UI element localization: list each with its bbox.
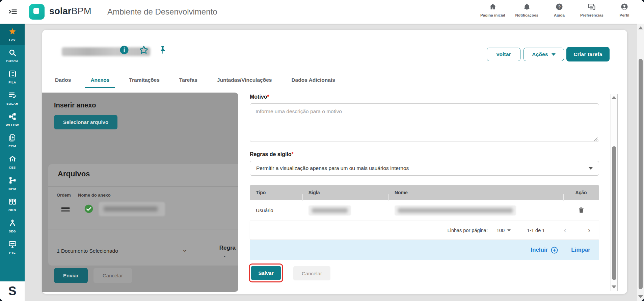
- inserir-anexo-title: Inserir anexo: [54, 101, 96, 109]
- preferences-button[interactable]: Preferências: [580, 3, 603, 17]
- regras-sigilo-label: Regras de sigilo*: [250, 151, 294, 157]
- next-page-button[interactable]: ›: [588, 226, 590, 235]
- notifications-label: Notificações: [515, 13, 538, 17]
- sidebar-item-ecm[interactable]: ECM: [0, 130, 25, 151]
- scroll-up-icon[interactable]: [638, 26, 643, 29]
- devices-star-icon: [588, 3, 596, 12]
- form-scrollbar-thumb[interactable]: [612, 146, 616, 280]
- column-ordem: Ordem: [57, 193, 71, 198]
- solarbpm-logo-icon: [29, 4, 45, 20]
- form-cancelar-button[interactable]: Cancelar: [293, 266, 330, 280]
- regra-value: -: [224, 253, 225, 259]
- enviar-label: Enviar: [63, 273, 79, 278]
- house-icon: [8, 155, 17, 165]
- profile-button[interactable]: Perfil: [614, 3, 635, 17]
- profile-label: Perfil: [620, 13, 629, 17]
- inserir-anexo-panel: Inserir anexo Selecionar arquivo Arquivo…: [42, 93, 238, 292]
- previous-page-button[interactable]: ‹: [564, 226, 566, 235]
- sidebar-item-wflow[interactable]: WFLOW: [0, 109, 25, 130]
- tab-dados-adicionais[interactable]: Dados Adicionais: [286, 74, 340, 88]
- sidebar-item-bpm[interactable]: BPM: [0, 173, 25, 194]
- home-icon: [489, 3, 497, 12]
- scroll-down-icon[interactable]: [612, 285, 616, 289]
- hierarchy-icon: [8, 176, 17, 186]
- divider: [48, 186, 238, 187]
- incluir-button[interactable]: Incluir: [531, 246, 558, 254]
- regras-sigilo-select[interactable]: Permitir a visualização apenas para um o…: [250, 161, 599, 176]
- sidebar-item-org[interactable]: ORG: [0, 194, 25, 215]
- tab-anexos[interactable]: Anexos: [85, 74, 115, 88]
- sidebar-item-ces[interactable]: CES: [0, 151, 25, 173]
- sidebar-item-fila[interactable]: FILA: [0, 66, 25, 87]
- workflow-icon: [8, 112, 17, 122]
- sidebar-item-busca[interactable]: BUSCA: [0, 45, 25, 66]
- check-circle-icon: [84, 204, 93, 214]
- tab-juntadas-vinculacoes[interactable]: Juntadas/Vinculações: [212, 74, 277, 88]
- required-asterisk: *: [292, 151, 294, 157]
- trash-icon[interactable]: [578, 206, 585, 215]
- sidebar-label-ecm: ECM: [8, 144, 16, 148]
- sidebar-item-solar[interactable]: SOLAR: [0, 87, 25, 109]
- sidebar-item-ptl[interactable]: PTL: [0, 236, 25, 258]
- cell-tipo: Usuário: [250, 207, 302, 213]
- column-tipo: Tipo: [250, 190, 302, 195]
- selecionar-arquivo-label: Selecionar arquivo: [63, 119, 108, 125]
- sidebar-item-seg[interactable]: SEG: [0, 215, 25, 236]
- column-acao: Ação: [563, 190, 599, 195]
- criar-tarefa-button[interactable]: Criar tarefa: [566, 47, 610, 61]
- sidebar-item-fav[interactable]: FAV: [0, 24, 25, 45]
- left-sidebar: FAV BUSCA FILA SOLAR WFLOW: [0, 24, 25, 301]
- app-window: solarBPM Ambiente de Desenvolvimento Pág…: [0, 0, 644, 301]
- sidebar-toggle-icon[interactable]: [8, 7, 18, 17]
- form-scrollbar[interactable]: [610, 94, 618, 291]
- sidebar-label-wflow: WFLOW: [6, 123, 19, 127]
- tab-dados[interactable]: Dados: [50, 74, 76, 88]
- favorite-star-icon[interactable]: [139, 45, 149, 55]
- help-icon: ?: [555, 3, 563, 12]
- panel-cancelar-button[interactable]: Cancelar: [93, 268, 132, 283]
- divider: [48, 229, 238, 229]
- pin-icon[interactable]: [158, 45, 168, 55]
- documento-selecionado-summary[interactable]: 1 Documento Selecionado: [57, 248, 118, 254]
- acoes-label: Ações: [532, 51, 548, 57]
- page-range: 1-1 de 1: [527, 228, 545, 233]
- home-button[interactable]: Página inicial: [480, 3, 505, 17]
- brand-bpm: BPM: [72, 6, 91, 16]
- voltar-label: Voltar: [496, 51, 511, 57]
- tab-tarefas[interactable]: Tarefas: [174, 74, 203, 88]
- rows-per-page-label: Linhas por página:: [448, 228, 488, 233]
- redacted-sigla: [308, 205, 351, 216]
- page-scrollbar-thumb[interactable]: [639, 59, 643, 289]
- chevron-down-icon[interactable]: ⌄: [182, 245, 188, 253]
- salvar-highlight-annotation: Salvar: [249, 264, 283, 282]
- table-pagination: Linhas por página: 100 1-1 de 1 ‹ ›: [250, 221, 599, 240]
- sidebar-label-ptl: PTL: [9, 251, 16, 254]
- scroll-up-icon[interactable]: [612, 96, 616, 99]
- tab-tramitacoes[interactable]: Tramitações: [124, 74, 165, 88]
- rows-per-page-select[interactable]: 100: [497, 228, 511, 233]
- motivo-label: Motivo*: [250, 94, 269, 100]
- page-scrollbar[interactable]: [637, 24, 644, 301]
- enviar-button[interactable]: Enviar: [54, 268, 88, 283]
- environment-title: Ambiente de Desenvolvimento: [107, 7, 217, 17]
- notifications-button[interactable]: Notificações: [515, 3, 538, 17]
- help-button[interactable]: ? Ajuda: [548, 3, 570, 17]
- salvar-button[interactable]: Salvar: [251, 266, 281, 280]
- limpar-label: Limpar: [571, 247, 590, 253]
- limpar-button[interactable]: Limpar: [571, 247, 590, 253]
- merge-arrow-icon: [8, 219, 17, 228]
- drag-handle-icon[interactable]: [61, 207, 70, 213]
- sidebar-label-bpm: BPM: [8, 187, 16, 191]
- voltar-button[interactable]: Voltar: [487, 48, 520, 61]
- bell-icon: [523, 3, 531, 12]
- selecionar-arquivo-button[interactable]: Selecionar arquivo: [54, 115, 117, 129]
- acoes-dropdown-button[interactable]: Ações: [524, 48, 564, 61]
- scroll-down-icon[interactable]: [638, 295, 643, 298]
- main-content-card: Voltar Ações Criar tarefa Dados Anexos T…: [42, 30, 627, 294]
- usuarios-table: Tipo Sigla Nome Ação Usuário Linhas por …: [250, 185, 599, 240]
- column-nome-anexo: Nome do anexo: [78, 193, 111, 198]
- sidebar-label-solar: SOLAR: [6, 102, 18, 105]
- info-icon[interactable]: [119, 45, 129, 55]
- rows-per-page-value: 100: [497, 228, 505, 233]
- motivo-textarea[interactable]: [250, 103, 599, 142]
